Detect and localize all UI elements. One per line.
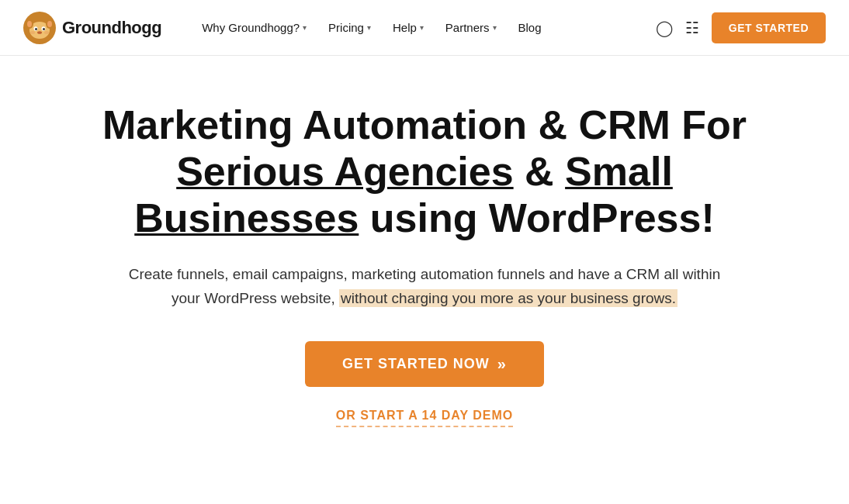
nav-right: ◯ ☷ GET STARTED [656, 12, 826, 43]
nav-item-pricing[interactable]: Pricing ▾ [319, 16, 380, 39]
hero-title: Marketing Automation & CRM For Serious A… [75, 102, 774, 241]
nav-item-partners[interactable]: Partners ▾ [436, 16, 506, 39]
logo-icon [23, 12, 56, 44]
nav-item-help[interactable]: Help ▾ [383, 16, 433, 39]
brand-name: Groundhogg [62, 18, 161, 38]
navbar: Groundhogg Why Groundhogg? ▾ Pricing ▾ H… [0, 0, 849, 56]
logo-link[interactable]: Groundhogg [23, 12, 161, 44]
svg-point-4 [27, 21, 32, 27]
nav-links: Why Groundhogg? ▾ Pricing ▾ Help ▾ Partn… [192, 16, 656, 39]
chevron-down-icon: ▾ [493, 23, 497, 32]
nav-item-why[interactable]: Why Groundhogg? ▾ [192, 16, 316, 39]
arrows-icon: » [497, 355, 507, 373]
chevron-down-icon: ▾ [367, 23, 371, 32]
nav-item-blog[interactable]: Blog [509, 16, 551, 39]
svg-point-8 [35, 28, 37, 30]
hero-title-highlight1: Serious Agencies [176, 149, 513, 194]
hero-section: Marketing Automation & CRM For Serious A… [0, 56, 849, 459]
account-icon[interactable]: ◯ [656, 19, 673, 37]
chevron-down-icon: ▾ [420, 23, 424, 32]
demo-link[interactable]: OR START A 14 DAY DEMO [336, 409, 514, 422]
svg-point-12 [44, 31, 49, 34]
hero-subtitle-highlight: without charging you more as your busine… [339, 289, 677, 307]
chevron-down-icon: ▾ [303, 23, 307, 32]
svg-point-9 [43, 28, 45, 30]
svg-point-10 [37, 31, 42, 34]
demo-link-container: OR START A 14 DAY DEMO [336, 409, 514, 428]
demo-underline [336, 426, 514, 428]
hero-subtitle: Create funnels, email campaigns, marketi… [122, 263, 727, 310]
svg-point-11 [30, 31, 35, 34]
nav-cta-button[interactable]: GET STARTED [712, 12, 826, 43]
cart-icon[interactable]: ☷ [685, 19, 699, 37]
svg-point-5 [47, 21, 52, 27]
hero-cta-button[interactable]: GET STARTED NOW » [305, 341, 544, 387]
